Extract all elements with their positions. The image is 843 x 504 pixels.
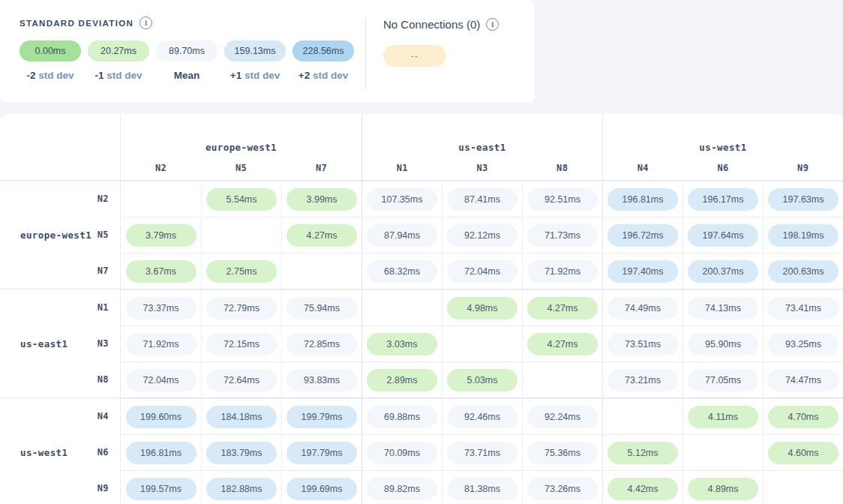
- latency-cell: 71.92ms: [121, 326, 201, 362]
- std-dev-title: STANDARD DEVIATION: [20, 19, 134, 28]
- no-connections-title: No Connections (0): [383, 18, 480, 31]
- latency-pill: 72.85ms: [286, 333, 357, 356]
- legend-label: +2 std dev: [292, 70, 354, 81]
- latency-pill: 73.41ms: [768, 297, 838, 320]
- row-group: us-west1N4199.60ms184.18ms199.79ms69.88m…: [0, 398, 843, 504]
- latency-pill: 72.79ms: [206, 297, 277, 320]
- latency-cell: 75.94ms: [281, 290, 362, 326]
- latency-cell: 199.69ms: [281, 471, 362, 504]
- latency-cell: 81.38ms: [442, 471, 522, 504]
- latency-pill: 68.32ms: [367, 260, 437, 283]
- column-node-header: N8: [522, 155, 602, 180]
- latency-cell: [682, 435, 763, 470]
- latency-pill: 74.49ms: [608, 297, 678, 320]
- column-node-header: N7: [281, 155, 362, 180]
- column-group: us-west1N4N6N9: [602, 114, 843, 180]
- latency-pill: 4.27ms: [286, 224, 357, 247]
- column-group-nodes: N2N5N7: [121, 155, 362, 180]
- region-label: europe-west1: [20, 181, 92, 289]
- legend-pill: 159.13ms: [224, 40, 286, 62]
- latency-pill: 2.75ms: [206, 260, 277, 283]
- column-group-region: europe-west1: [121, 114, 362, 155]
- region-label: us-west1: [20, 398, 68, 504]
- info-icon[interactable]: i: [140, 16, 152, 29]
- latency-pill: 3.99ms: [286, 188, 357, 211]
- latency-pill: 196.81ms: [608, 188, 678, 211]
- latency-cell: [121, 182, 201, 217]
- latency-pill: 92.46ms: [447, 406, 518, 428]
- latency-cell: 73.26ms: [522, 471, 602, 504]
- table-row: N4199.60ms184.18ms199.79ms69.88ms92.46ms…: [0, 398, 843, 434]
- latency-cell: 73.21ms: [602, 362, 682, 398]
- row-cells: 3.67ms2.75ms68.32ms72.04ms71.92ms197.40m…: [121, 253, 843, 289]
- latency-cell: 72.15ms: [201, 326, 281, 362]
- latency-pill: 72.64ms: [206, 369, 277, 392]
- latency-cell: 4.27ms: [522, 326, 602, 362]
- latency-pill: 72.04ms: [447, 260, 518, 283]
- latency-cell: 4.27ms: [281, 218, 362, 253]
- row-cells: 196.81ms183.79ms197.79ms70.09ms73.71ms75…: [121, 434, 843, 470]
- latency-pill: 5.03ms: [447, 369, 518, 392]
- latency-cell: 199.57ms: [121, 471, 201, 504]
- legend-divider: [365, 18, 366, 90]
- latency-pill: 92.24ms: [527, 406, 598, 428]
- column-group: us-east1N1N3N8: [362, 114, 602, 180]
- row-group: us-east1N173.37ms72.79ms75.94ms4.98ms4.2…: [0, 289, 843, 398]
- column-group-region: us-east1: [362, 114, 602, 155]
- latency-pill: 70.09ms: [367, 442, 437, 464]
- latency-cell: 5.03ms: [442, 362, 522, 398]
- latency-pill: 71.73ms: [527, 224, 598, 247]
- latency-pill: 4.27ms: [527, 297, 598, 320]
- latency-cell: 4.11ms: [682, 399, 763, 434]
- row-cells: 199.60ms184.18ms199.79ms69.88ms92.46ms92…: [121, 398, 843, 434]
- latency-cell: 95.90ms: [682, 326, 763, 362]
- row-cells: 72.04ms72.64ms93.83ms2.89ms5.03ms73.21ms…: [121, 362, 843, 398]
- latency-cell: [522, 362, 602, 398]
- latency-cell: 5.54ms: [201, 182, 281, 217]
- table-row: N25.54ms3.99ms107.35ms87.41ms92.51ms196.…: [0, 181, 843, 217]
- legend-label: Mean: [156, 70, 218, 81]
- latency-cell: 72.04ms: [121, 362, 201, 398]
- latency-pill: 93.83ms: [286, 369, 357, 392]
- region-label: us-east1: [20, 290, 68, 398]
- latency-pill: 4.11ms: [688, 406, 758, 428]
- latency-cell: 3.67ms: [121, 254, 201, 289]
- latency-cell: 73.51ms: [602, 326, 682, 362]
- legend-pill: 20.27ms: [88, 40, 149, 62]
- latency-pill: 199.57ms: [126, 478, 196, 500]
- latency-cell: 70.09ms: [362, 435, 442, 470]
- latency-cell: 69.88ms: [362, 399, 442, 434]
- row-group: europe-west1N25.54ms3.99ms107.35ms87.41m…: [0, 180, 843, 289]
- latency-cell: 73.71ms: [442, 435, 522, 470]
- legend-pill: 0.00ms: [20, 40, 81, 62]
- latency-pill: 200.63ms: [768, 260, 838, 283]
- latency-pill: 197.64ms: [688, 224, 758, 247]
- info-icon[interactable]: i: [486, 18, 499, 31]
- latency-pill: 5.54ms: [206, 188, 277, 211]
- latency-pill: 71.92ms: [527, 260, 598, 283]
- latency-pill: 87.41ms: [447, 188, 518, 211]
- latency-cell: 75.36ms: [522, 435, 602, 470]
- latency-cell: 71.92ms: [522, 254, 602, 289]
- latency-cell: [763, 471, 843, 504]
- column-group-region: us-west1: [603, 114, 843, 155]
- latency-cell: 200.63ms: [763, 254, 843, 289]
- row-cells: 71.92ms72.15ms72.85ms3.03ms4.27ms73.51ms…: [121, 326, 843, 362]
- latency-cell: 77.05ms: [682, 362, 763, 398]
- latency-cell: 184.18ms: [201, 399, 281, 434]
- legend-pill: 228.56ms: [292, 40, 354, 62]
- latency-cell: 93.25ms: [763, 326, 843, 362]
- latency-pill: 95.90ms: [688, 333, 758, 356]
- latency-pill: 4.89ms: [688, 478, 758, 500]
- latency-pill: 72.04ms: [126, 369, 196, 392]
- row-cells: 5.54ms3.99ms107.35ms87.41ms92.51ms196.81…: [121, 181, 843, 217]
- legend-label: -2 std dev: [20, 70, 81, 81]
- column-node-header: N4: [603, 155, 683, 180]
- latency-pill: 87.94ms: [367, 224, 437, 247]
- latency-pill: 196.81ms: [126, 442, 196, 464]
- latency-cell: 3.03ms: [362, 326, 442, 362]
- table-row: N173.37ms72.79ms75.94ms4.98ms4.27ms74.49…: [0, 290, 843, 326]
- latency-cell: 196.81ms: [602, 182, 682, 217]
- matrix-header: europe-west1N2N5N7us-east1N1N3N8us-west1…: [0, 114, 843, 180]
- latency-cell: 199.79ms: [281, 399, 362, 434]
